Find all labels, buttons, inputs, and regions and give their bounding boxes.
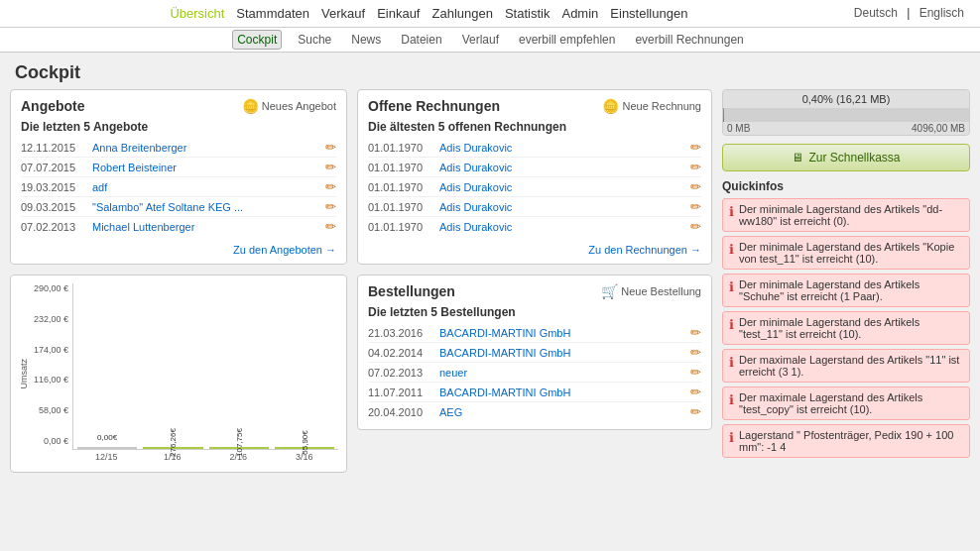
item-date: 07.02.2013 [368, 367, 439, 379]
item-name[interactable]: BACARDI-MARTINI GmbH [439, 347, 686, 359]
list-item: 09.03.2015 "Salambo" Atef Soltane KEG ..… [21, 197, 336, 217]
edit-icon[interactable]: ✏ [325, 140, 336, 155]
y-axis-label: 58,00 € [39, 405, 68, 415]
edit-icon[interactable]: ✏ [690, 160, 701, 174]
nav-item-zahlungen[interactable]: Zahlungen [432, 6, 493, 21]
lang-deutsch[interactable]: Deutsch [854, 6, 898, 20]
edit-icon[interactable]: ✏ [690, 345, 701, 360]
storage-fill [723, 108, 724, 122]
rechnungen-section-label: Die ältesten 5 offenen Rechnungen [368, 120, 701, 134]
subnav-item-suche[interactable]: Suche [294, 31, 335, 49]
item-name[interactable]: BACARDI-MARTINI GmbH [439, 327, 686, 339]
lang-englisch[interactable]: Englisch [919, 6, 964, 20]
nav-item-stammdaten[interactable]: Stammdaten [236, 6, 309, 21]
item-name[interactable]: Anna Breitenberger [92, 142, 321, 154]
edit-icon[interactable]: ✏ [690, 404, 701, 419]
schnellkassa-button[interactable]: 🖥 Zur Schnellkassa [722, 144, 970, 171]
warning-icon: ℹ [729, 392, 734, 407]
subnav-item-everbill-empfehlen[interactable]: everbill empfehlen [515, 31, 619, 49]
quickinfo-text: Lagerstand " Pfostenträger, Pedix 190 + … [739, 429, 963, 453]
page-title: Cockpit [0, 53, 980, 89]
new-angebot-button[interactable]: 🪙 Neues Angebot [242, 98, 336, 114]
nav-item-einkauf[interactable]: Einkauf [377, 6, 420, 21]
item-date: 09.03.2015 [21, 201, 92, 213]
edit-icon[interactable]: ✏ [690, 140, 701, 155]
bestellung-plus-icon: 🛒 [601, 283, 618, 299]
schnellkassa-label: Zur Schnellkassa [808, 151, 900, 165]
item-date: 07.02.2013 [21, 221, 92, 233]
subnav-item-verlauf[interactable]: Verlauf [458, 31, 503, 49]
quickinfos-title: Quickinfos [722, 179, 970, 193]
item-name[interactable]: "Salambo" Atef Soltane KEG ... [92, 201, 321, 213]
new-rechnung-button[interactable]: 🪙 Neue Rechnung [602, 98, 701, 114]
quickinfo-item: ℹ Der minimale Lagerstand des Artikels "… [722, 198, 970, 232]
list-item: 01.01.1970 Adis Durakovic ✏ [368, 177, 701, 197]
edit-icon[interactable]: ✏ [690, 199, 701, 214]
item-date: 01.01.1970 [368, 201, 439, 213]
chart-card: Umsatz 290,00 €232,00 €174,00 €116,00 €5… [10, 275, 347, 473]
item-name[interactable]: Michael Luttenberger [92, 221, 321, 233]
language-switcher: Deutsch | Englisch [848, 6, 970, 20]
quickinfo-text: Der minimale Lagerstand des Artikels "te… [739, 316, 963, 340]
item-date: 01.01.1970 [368, 181, 439, 193]
item-date: 01.01.1970 [368, 142, 439, 154]
edit-icon[interactable]: ✏ [325, 160, 336, 174]
new-bestellung-button[interactable]: 🛒 Neue Bestellung [601, 283, 701, 299]
item-name[interactable]: BACARDI-MARTINI GmbH [439, 386, 686, 398]
chart-bar: 55,90€ [275, 447, 334, 449]
item-name[interactable]: Adis Durakovic [439, 162, 686, 173]
item-name[interactable]: Adis Durakovic [439, 221, 686, 233]
item-name[interactable]: neuer [439, 367, 686, 379]
subnav-item-everbill-rechnungen[interactable]: everbill Rechnungen [631, 31, 747, 49]
angebote-header: Angebote 🪙 Neues Angebot [21, 98, 336, 114]
edit-icon[interactable]: ✏ [690, 179, 701, 194]
edit-icon[interactable]: ✏ [690, 219, 701, 234]
list-item: 01.01.1970 Adis Durakovic ✏ [368, 217, 701, 236]
subnav-item-cockpit[interactable]: Cockpit [232, 30, 282, 50]
warning-icon: ℹ [729, 242, 734, 257]
item-date: 01.01.1970 [368, 221, 439, 233]
quickinfo-text: Der maximale Lagerstand des Artikels "11… [739, 354, 963, 378]
chart-bar-group: 276,26€ [143, 447, 202, 449]
chart-bar-group: 0,00€ [77, 447, 137, 449]
subnav-item-dateien[interactable]: Dateien [397, 31, 445, 49]
bar-value-label: 107,75€ [234, 428, 243, 457]
edit-icon[interactable]: ✏ [325, 179, 336, 194]
list-item: 01.01.1970 Adis Durakovic ✏ [368, 138, 701, 158]
edit-icon[interactable]: ✏ [325, 219, 336, 234]
item-name[interactable]: Adis Durakovic [439, 201, 686, 213]
list-item: 01.01.1970 Adis Durakovic ✏ [368, 197, 701, 217]
bar-value-label: 55,90€ [300, 430, 308, 454]
list-item: 01.01.1970 Adis Durakovic ✏ [368, 158, 701, 177]
edit-icon[interactable]: ✏ [325, 199, 336, 214]
quickinfos-list: ℹ Der minimale Lagerstand des Artikels "… [722, 198, 970, 458]
nav-item-ubersicht[interactable]: Übersicht [170, 6, 224, 21]
edit-icon[interactable]: ✏ [690, 385, 701, 399]
angebote-link[interactable]: Zu den Angeboten → [233, 244, 336, 256]
sub-navigation: CockpitSucheNewsDateienVerlaufeverbill e… [0, 28, 980, 53]
item-date: 01.01.1970 [368, 162, 439, 173]
rechnungen-footer: Zu den Rechnungen → [368, 244, 701, 256]
nav-item-statistik[interactable]: Statistik [505, 6, 551, 21]
angebote-title: Angebote [21, 98, 85, 114]
item-name[interactable]: Robert Beisteiner [92, 162, 321, 173]
item-name[interactable]: AEG [439, 406, 686, 418]
item-date: 12.11.2015 [21, 142, 92, 154]
schnellkassa-icon: 🖥 [792, 151, 803, 165]
item-date: 21.03.2016 [368, 327, 439, 339]
list-item: 04.02.2014 BACARDI-MARTINI GmbH ✏ [368, 343, 701, 363]
subnav-item-news[interactable]: News [347, 31, 385, 49]
rechnungen-link[interactable]: Zu den Rechnungen → [588, 244, 701, 256]
edit-icon[interactable]: ✏ [690, 365, 701, 380]
item-name[interactable]: Adis Durakovic [439, 142, 686, 154]
quickinfo-item: ℹ Der maximale Lagerstand des Artikels "… [722, 349, 970, 383]
chart-bar: 276,26€ [143, 447, 202, 449]
nav-item-einstellungen[interactable]: Einstellungen [610, 6, 687, 21]
bestellungen-header: Bestellungen 🛒 Neue Bestellung [368, 283, 701, 299]
item-name[interactable]: Adis Durakovic [439, 181, 686, 193]
item-name[interactable]: adf [92, 181, 321, 193]
nav-item-verkauf[interactable]: Verkauf [321, 6, 365, 21]
edit-icon[interactable]: ✏ [690, 325, 701, 340]
nav-item-admin[interactable]: Admin [561, 6, 598, 21]
chart-area: 0,00€276,26€107,75€55,90€ 12/151/162/163… [72, 283, 338, 464]
